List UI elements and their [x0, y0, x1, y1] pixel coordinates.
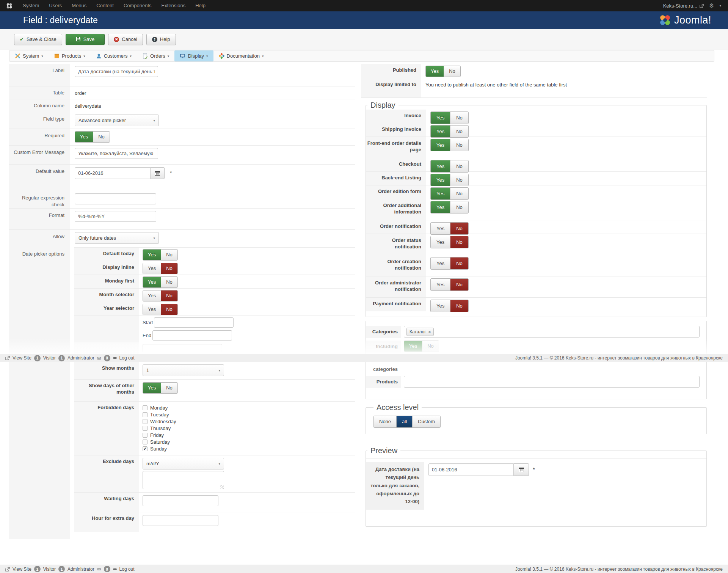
start-input[interactable] [154, 317, 234, 328]
show-months-select[interactable]: 1▾ [143, 364, 224, 376]
default-value-input[interactable] [75, 167, 151, 179]
yes-option[interactable]: Yes [431, 139, 450, 151]
yes-option[interactable]: Yes [431, 236, 450, 248]
yes-option[interactable]: Yes [426, 66, 444, 77]
exclude-days-textarea[interactable] [143, 471, 224, 489]
no-option[interactable]: No [450, 223, 468, 234]
no-option[interactable]: No [161, 383, 177, 393]
waiting-days-input[interactable] [143, 495, 218, 506]
no-option[interactable]: No [422, 341, 439, 352]
order-notification-toggle[interactable]: YesNo [430, 222, 469, 235]
no-option[interactable]: No [161, 263, 177, 274]
yes-option[interactable]: Yes [143, 290, 161, 301]
yes-option[interactable]: Yes [431, 188, 450, 199]
yes-option[interactable]: Yes [431, 126, 450, 137]
exclude-days-select[interactable]: m/d/Y▾ [143, 458, 224, 469]
menu-item-menus[interactable]: Menus [67, 0, 91, 11]
yes-option[interactable]: Yes [143, 250, 161, 260]
no-option[interactable]: No [450, 188, 468, 199]
no-option[interactable]: No [450, 279, 468, 290]
sunday-checkbox[interactable] [143, 446, 147, 451]
order-creation-notification-toggle[interactable]: YesNo [430, 257, 469, 270]
backend-listing-toggle[interactable]: YesNo [430, 174, 469, 186]
yes-option[interactable]: Yes [431, 160, 450, 172]
no-option[interactable]: No [444, 66, 460, 77]
no-option[interactable]: No [450, 126, 468, 137]
display-inline-toggle[interactable]: YesNo [143, 263, 178, 274]
frontend-order-details-toggle[interactable]: YesNo [430, 139, 469, 151]
no-option[interactable]: No [450, 139, 468, 151]
yes-option[interactable]: Yes [431, 279, 450, 290]
preview-date-input[interactable] [428, 463, 514, 476]
chevron-down-icon[interactable]: ▾ [719, 4, 721, 8]
logout-link[interactable]: Log out [119, 355, 135, 361]
menu-item-extensions[interactable]: Extensions [157, 0, 191, 11]
category-chip[interactable]: Каталог × [406, 328, 434, 336]
view-site-link[interactable]: View Site [13, 567, 31, 572]
menu-item-content[interactable]: Content [91, 0, 119, 11]
calendar-button[interactable] [151, 167, 165, 179]
site-preview-link[interactable]: Keks-Store.ru... [663, 3, 704, 9]
tab-documentation[interactable]: Documentation▾ [213, 50, 269, 61]
order-additional-info-toggle[interactable]: YesNo [430, 201, 469, 214]
default-today-toggle[interactable]: YesNo [143, 249, 178, 261]
tab-customers[interactable]: Customers▾ [91, 50, 137, 61]
no-option[interactable]: No [93, 132, 110, 142]
no-option[interactable]: No [161, 250, 177, 260]
menu-item-components[interactable]: Components [119, 0, 157, 11]
help-button[interactable]: ? Help [146, 34, 176, 45]
logout-link[interactable]: Log out [119, 567, 135, 572]
tab-system[interactable]: System▾ [9, 50, 49, 61]
field-type-select[interactable]: Advanced date picker▾ [75, 115, 159, 126]
wednesday-checkbox[interactable] [143, 419, 147, 424]
label-input[interactable] [75, 66, 158, 77]
regex-input[interactable] [75, 193, 156, 204]
save-button[interactable]: Save [66, 34, 105, 45]
no-option[interactable]: No [161, 290, 177, 301]
yes-option[interactable]: Yes [143, 383, 161, 393]
extra-hour-input[interactable] [143, 515, 218, 526]
menu-item-help[interactable]: Help [190, 0, 210, 11]
year-selector-toggle[interactable]: YesNo [143, 304, 178, 315]
no-option[interactable]: No [161, 304, 177, 315]
yes-option[interactable]: Yes [75, 132, 93, 142]
no-option[interactable]: No [450, 257, 468, 269]
messages-icon[interactable]: ✉ [97, 355, 101, 361]
thursday-checkbox[interactable] [143, 426, 147, 431]
yes-option[interactable]: Yes [431, 300, 450, 312]
checkout-toggle[interactable]: YesNo [430, 160, 469, 173]
tab-orders[interactable]: Orders▾ [137, 50, 174, 61]
order-status-notification-toggle[interactable]: YesNo [430, 236, 469, 248]
access-all-button[interactable]: all [396, 416, 412, 427]
access-custom-button[interactable]: Custom [412, 416, 440, 427]
yes-option[interactable]: Yes [431, 257, 450, 269]
format-input[interactable] [75, 211, 156, 222]
yes-option[interactable]: Yes [431, 223, 450, 234]
yes-option[interactable]: Yes [143, 277, 161, 287]
saturday-checkbox[interactable] [143, 440, 147, 444]
no-option[interactable]: No [450, 300, 468, 312]
order-edition-toggle[interactable]: YesNo [430, 187, 469, 200]
access-none-button[interactable]: None [374, 416, 396, 427]
logout-icon[interactable] [113, 568, 117, 570]
no-option[interactable]: No [450, 236, 468, 248]
no-option[interactable]: No [450, 201, 468, 213]
required-toggle[interactable]: YesNo [75, 131, 110, 143]
menu-item-system[interactable]: System [18, 0, 44, 11]
no-option[interactable]: No [450, 112, 468, 124]
shipping-invoice-toggle[interactable]: YesNo [430, 125, 469, 138]
yes-option[interactable]: Yes [431, 174, 450, 186]
yes-option[interactable]: Yes [404, 341, 422, 352]
menu-item-users[interactable]: Users [44, 0, 67, 11]
yes-option[interactable]: Yes [143, 304, 161, 315]
messages-icon[interactable]: ✉ [97, 566, 101, 572]
friday-checkbox[interactable] [143, 433, 147, 438]
including-toggle[interactable]: YesNo [404, 341, 439, 352]
save-close-button[interactable]: ✔ Save & Close [14, 34, 62, 45]
order-admin-notification-toggle[interactable]: YesNo [430, 278, 469, 291]
logout-icon[interactable] [113, 357, 117, 359]
monday-checkbox[interactable] [143, 405, 147, 410]
invoice-toggle[interactable]: YesNo [430, 111, 469, 124]
categories-input[interactable]: Каталог × [404, 326, 700, 338]
tab-products[interactable]: Products▾ [49, 50, 91, 61]
